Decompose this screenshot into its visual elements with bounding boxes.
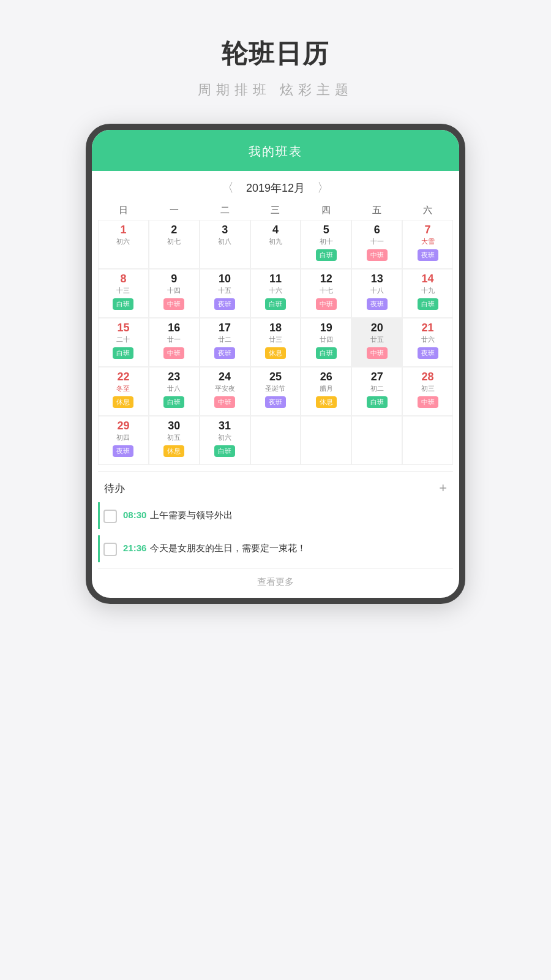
- month-nav: 〈 2019年12月 〉: [98, 171, 453, 201]
- weekday-sun: 日: [98, 205, 149, 216]
- cal-day-25[interactable]: 25圣诞节夜班: [250, 367, 301, 416]
- phone-frame: 我的班表 〈 2019年12月 〉 日 一 二 三 四 五 六 1初六2初七3初…: [86, 124, 465, 604]
- view-more-button[interactable]: 查看更多: [98, 568, 453, 598]
- header-title: 我的班表: [249, 145, 302, 158]
- cal-day-6[interactable]: 6十一中班: [351, 220, 402, 269]
- todo-add-button[interactable]: +: [439, 480, 447, 496]
- cal-day-12[interactable]: 12十七中班: [301, 269, 351, 318]
- weekday-row: 日 一 二 三 四 五 六: [98, 201, 453, 220]
- cal-day-16[interactable]: 16廿一中班: [149, 318, 200, 367]
- weekday-sat: 六: [402, 205, 453, 216]
- todo-checkbox-1[interactable]: [103, 543, 117, 556]
- next-month-button[interactable]: 〉: [317, 179, 329, 196]
- weekday-tue: 二: [200, 205, 250, 216]
- cal-day-30[interactable]: 30初五休息: [149, 416, 200, 465]
- cal-day-21[interactable]: 21廿六夜班: [402, 318, 453, 367]
- cal-empty: [351, 416, 402, 465]
- app-title: 轮班日历: [222, 37, 329, 71]
- cal-day-17[interactable]: 17廿二夜班: [200, 318, 250, 367]
- cal-day-15[interactable]: 15二十白班: [98, 318, 149, 367]
- cal-day-7[interactable]: 7大雪夜班: [402, 220, 453, 269]
- weekday-wed: 三: [250, 205, 301, 216]
- todo-text-0: 08:30上午需要与领导外出: [123, 508, 233, 522]
- cal-day-9[interactable]: 9十四中班: [149, 269, 200, 318]
- todo-item-1[interactable]: 21:36今天是女朋友的生日，需要定一束花！: [98, 535, 453, 562]
- cal-day-24[interactable]: 24平安夜中班: [200, 367, 250, 416]
- cal-day-26[interactable]: 26腊月休息: [301, 367, 351, 416]
- todo-section: 待办 + 08:30上午需要与领导外出21:36今天是女朋友的生日，需要定一束花…: [98, 471, 453, 598]
- todo-title: 待办: [104, 481, 125, 496]
- todo-list: 08:30上午需要与领导外出21:36今天是女朋友的生日，需要定一束花！: [98, 502, 453, 562]
- cal-day-4[interactable]: 4初九: [250, 220, 301, 269]
- month-label: 2019年12月: [246, 181, 305, 195]
- cal-day-20[interactable]: 20廿五中班: [351, 318, 402, 367]
- todo-text-1: 21:36今天是女朋友的生日，需要定一束花！: [123, 541, 306, 556]
- cal-day-14[interactable]: 14十九白班: [402, 269, 453, 318]
- weekday-mon: 一: [149, 205, 200, 216]
- cal-day-27[interactable]: 27初二白班: [351, 367, 402, 416]
- cal-day-8[interactable]: 8十三白班: [98, 269, 149, 318]
- prev-month-button[interactable]: 〈: [222, 179, 234, 196]
- cal-day-13[interactable]: 13十八夜班: [351, 269, 402, 318]
- cal-day-23[interactable]: 23廿八白班: [149, 367, 200, 416]
- calendar-body: 〈 2019年12月 〉 日 一 二 三 四 五 六 1初六2初七3初八4初九5…: [92, 171, 459, 471]
- todo-checkbox-0[interactable]: [103, 510, 117, 523]
- todo-item-0[interactable]: 08:30上午需要与领导外出: [98, 502, 453, 529]
- cal-day-19[interactable]: 19廿四白班: [301, 318, 351, 367]
- cal-day-10[interactable]: 10十五夜班: [200, 269, 250, 318]
- app-subtitle: 周期排班 炫彩主题: [198, 81, 353, 99]
- weekday-thu: 四: [301, 205, 351, 216]
- cal-day-11[interactable]: 11十六白班: [250, 269, 301, 318]
- cal-day-22[interactable]: 22冬至休息: [98, 367, 149, 416]
- cal-day-28[interactable]: 28初三中班: [402, 367, 453, 416]
- calendar-grid: 1初六2初七3初八4初九5初十白班6十一中班7大雪夜班8十三白班9十四中班10十…: [98, 220, 453, 465]
- cal-day-3[interactable]: 3初八: [200, 220, 250, 269]
- cal-day-31[interactable]: 31初六白班: [200, 416, 250, 465]
- todo-header: 待办 +: [98, 472, 453, 502]
- weekday-fri: 五: [351, 205, 402, 216]
- cal-day-29[interactable]: 29初四夜班: [98, 416, 149, 465]
- cal-day-5[interactable]: 5初十白班: [301, 220, 351, 269]
- cal-day-1[interactable]: 1初六: [98, 220, 149, 269]
- cal-empty: [250, 416, 301, 465]
- cal-day-2[interactable]: 2初七: [149, 220, 200, 269]
- cal-day-18[interactable]: 18廿三休息: [250, 318, 301, 367]
- cal-empty: [301, 416, 351, 465]
- cal-empty: [402, 416, 453, 465]
- phone-header: 我的班表: [92, 130, 459, 171]
